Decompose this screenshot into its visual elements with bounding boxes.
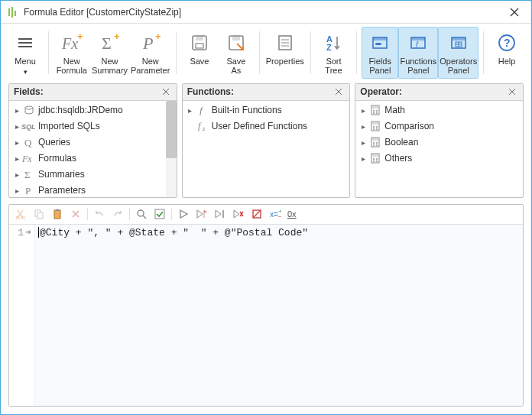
svg-point-69 bbox=[373, 144, 375, 146]
window-close-button[interactable] bbox=[504, 4, 525, 21]
svg-point-58 bbox=[376, 112, 378, 114]
expand-icon: ▸ bbox=[358, 106, 368, 115]
new-summary-button[interactable]: Σ+ New Summary bbox=[90, 27, 129, 79]
fields-panel-button[interactable]: Fields Panel bbox=[362, 27, 398, 79]
svg-rect-0 bbox=[8, 8, 10, 16]
validate-button[interactable] bbox=[151, 206, 168, 222]
operators-panel-header: Operator: bbox=[355, 84, 523, 101]
help-button[interactable]: ? Help bbox=[488, 27, 525, 79]
sigma-icon: Σ+ bbox=[98, 31, 122, 55]
svg-point-55 bbox=[373, 110, 375, 112]
play-icon bbox=[179, 209, 188, 219]
save-button[interactable]: Save bbox=[181, 27, 218, 79]
tree-item[interactable]: ▸ jdbc:hsqldb:JRDemo bbox=[9, 102, 177, 118]
sort-icon: AZ bbox=[321, 31, 345, 55]
expand-icon bbox=[186, 122, 195, 131]
tree-item[interactable]: ▸ f Built-in Functions bbox=[183, 102, 350, 118]
copy-button[interactable] bbox=[31, 206, 47, 222]
svg-text:+: + bbox=[114, 32, 120, 42]
svg-marker-91 bbox=[204, 210, 207, 213]
tree-item[interactable]: ▸ Others bbox=[355, 151, 523, 167]
fields-tree[interactable]: ▸ jdbc:hsqldb:JRDemo ▸ SQL Imported SQLs… bbox=[9, 101, 177, 197]
svg-rect-81 bbox=[54, 210, 60, 219]
tree-label: Others bbox=[384, 153, 412, 164]
find-button[interactable] bbox=[133, 206, 150, 222]
expand-icon: ▸ bbox=[358, 122, 368, 131]
properties-button[interactable]: Properties bbox=[264, 27, 306, 79]
properties-icon bbox=[273, 31, 297, 55]
svg-rect-32 bbox=[452, 37, 466, 41]
editor-body: 1 ➔ @City + ", " + @State + " " + @"Post… bbox=[9, 225, 523, 406]
run-button[interactable] bbox=[175, 206, 192, 222]
scrollbar-thumb[interactable] bbox=[166, 101, 177, 159]
tree-item[interactable]: ▸ Fx Formulas bbox=[9, 151, 177, 167]
stop-debug-button[interactable] bbox=[230, 206, 247, 222]
svg-point-67 bbox=[373, 142, 375, 144]
caret bbox=[38, 227, 39, 238]
separator bbox=[87, 208, 88, 220]
code-area[interactable]: @City + ", " + @State + " " + @"Postal C… bbox=[35, 225, 523, 406]
paste-button[interactable] bbox=[49, 206, 66, 222]
cut-button[interactable] bbox=[12, 206, 29, 222]
save-as-label: Save As bbox=[223, 57, 249, 75]
scrollbar[interactable] bbox=[166, 101, 177, 197]
expand-icon: ▸ bbox=[12, 122, 21, 131]
expand-icon: ▸ bbox=[12, 170, 21, 179]
svg-rect-72 bbox=[372, 154, 378, 157]
new-parameter-button[interactable]: P+ New Parameter bbox=[129, 27, 171, 79]
functions-tree[interactable]: ▸ f Built-in Functions fz User Defined F… bbox=[183, 101, 350, 197]
menu-icon bbox=[13, 31, 37, 55]
svg-point-56 bbox=[376, 110, 378, 112]
tree-item[interactable]: fz User Defined Functions bbox=[183, 118, 350, 135]
fields-panel-header: Fields: bbox=[9, 84, 177, 101]
expand-icon: ▸ bbox=[12, 138, 21, 147]
calculator-icon bbox=[368, 120, 383, 132]
tree-label: User Defined Functions bbox=[212, 121, 307, 131]
run-to-button[interactable] bbox=[193, 206, 210, 222]
watch-button[interactable]: x=+− bbox=[267, 206, 284, 222]
svg-text:+: + bbox=[77, 32, 83, 42]
close-icon bbox=[508, 88, 516, 96]
hex-button[interactable]: 0x bbox=[285, 206, 302, 222]
svg-rect-18 bbox=[232, 36, 240, 41]
menu-button[interactable]: Menu bbox=[7, 27, 44, 79]
expand-icon: ▸ bbox=[12, 106, 21, 115]
expand-icon: ▸ bbox=[358, 154, 368, 163]
save-as-button[interactable]: Save As bbox=[218, 27, 255, 79]
separator bbox=[176, 31, 177, 74]
svg-text:Fx: Fx bbox=[22, 154, 32, 164]
svg-marker-89 bbox=[197, 210, 203, 218]
tree-label: Queries bbox=[38, 137, 70, 148]
tree-item[interactable]: ▸ P Parameters bbox=[9, 183, 177, 197]
titlebar: Formula Editor [CustomerCityStateZip] bbox=[1, 1, 531, 24]
svg-text:Q: Q bbox=[24, 137, 32, 148]
functions-panel-button[interactable]: f Functions Panel bbox=[398, 27, 438, 79]
operators-panel-button[interactable]: Operators Panel bbox=[438, 27, 478, 79]
step-button[interactable] bbox=[212, 206, 229, 222]
tree-item[interactable]: ▸ Comparison bbox=[355, 118, 523, 135]
play-cancel-icon bbox=[233, 209, 244, 219]
tree-item[interactable]: ▸ Boolean bbox=[355, 135, 523, 151]
functions-panel-close[interactable] bbox=[332, 86, 345, 98]
redo-button[interactable] bbox=[109, 206, 126, 222]
undo-button[interactable] bbox=[91, 206, 108, 222]
fields-panel-title: Fields: bbox=[14, 86, 160, 97]
svg-rect-87 bbox=[155, 209, 164, 219]
new-formula-button[interactable]: Fx+ New Formula bbox=[54, 27, 90, 79]
svg-rect-26 bbox=[373, 37, 387, 41]
sort-tree-button[interactable]: AZ Sort Tree bbox=[315, 27, 352, 79]
delete-button[interactable] bbox=[67, 206, 84, 222]
operators-tree[interactable]: ▸ Math ▸ Comparison ▸ Boolean ▸ bbox=[355, 101, 523, 197]
separator bbox=[129, 208, 130, 220]
tree-item[interactable]: ▸ Σ Summaries bbox=[9, 167, 177, 183]
breakpoint-toggle-button[interactable] bbox=[248, 206, 265, 222]
fx-icon: Fx+ bbox=[60, 31, 84, 55]
watch-icon: x=+− bbox=[269, 209, 281, 219]
fields-panel-close[interactable] bbox=[160, 86, 172, 98]
separator bbox=[259, 31, 260, 74]
operators-panel-close[interactable] bbox=[506, 86, 518, 98]
tree-item[interactable]: ▸ Math bbox=[355, 102, 523, 118]
tree-item[interactable]: ▸ SQL Imported SQLs bbox=[9, 118, 177, 135]
copy-icon bbox=[34, 209, 44, 219]
tree-item[interactable]: ▸ Q Queries bbox=[9, 135, 177, 151]
